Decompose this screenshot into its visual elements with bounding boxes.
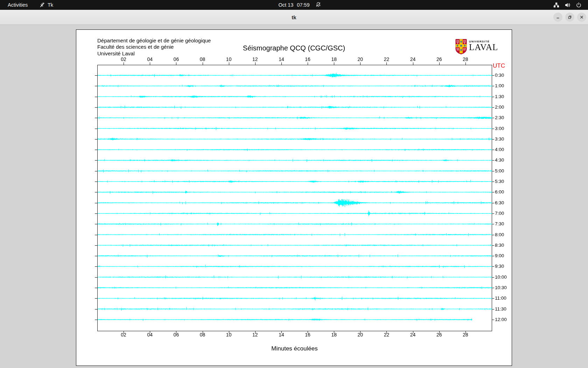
date-label: Oct 13: [278, 2, 293, 8]
universite-laval-logo: UNIVERSITÉ LAVAL: [455, 39, 498, 56]
x-tick-label-top: 26: [433, 56, 445, 62]
x-tick-label-top: 24: [407, 56, 419, 62]
window-title: tk: [0, 10, 588, 25]
x-tick-label-top: 18: [328, 56, 340, 62]
trace-time-label: 4:00: [495, 147, 504, 152]
x-tick-label-top: 20: [354, 56, 366, 62]
system-status-area[interactable]: [553, 0, 582, 10]
bell-slash-icon: [315, 2, 321, 8]
x-tick-label-top: 04: [144, 56, 156, 62]
trace-time-label: 9:30: [495, 264, 504, 269]
trace-time-label: 8:30: [495, 243, 504, 248]
trace-time-label: 7:00: [495, 211, 504, 216]
tk-feather-icon: [39, 2, 46, 8]
trace-time-label: 5:30: [495, 179, 504, 184]
close-button[interactable]: [577, 13, 586, 22]
volume-icon: [565, 2, 570, 8]
trace-time-label: 1:30: [495, 94, 504, 99]
x-tick-label-top: 06: [170, 56, 182, 62]
trace-time-label: 2:00: [495, 104, 504, 110]
trace-time-label: 6:30: [495, 200, 504, 205]
x-tick-label-top: 10: [223, 56, 235, 62]
minimize-button[interactable]: [553, 13, 562, 22]
trace-time-label: 2:30: [495, 115, 504, 120]
x-tick-label-top: 14: [275, 56, 287, 62]
trace-time-label: 5:00: [495, 168, 504, 173]
x-tick-label-top: 22: [380, 56, 392, 62]
x-tick-label-bottom: 02: [118, 332, 130, 338]
x-tick-label-bottom: 18: [328, 332, 340, 338]
x-tick-label-bottom: 16: [302, 332, 314, 338]
maximize-button[interactable]: [565, 13, 574, 22]
trace-time-label: 10:00: [495, 274, 507, 280]
trace-time-label: 6:00: [495, 189, 504, 195]
x-tick-label-bottom: 12: [249, 332, 261, 338]
x-tick-label-bottom: 04: [144, 332, 156, 338]
seismogram-canvas: [76, 30, 512, 366]
activities-button[interactable]: Activities: [6, 0, 29, 10]
laval-shield-icon: [455, 39, 467, 56]
trace-time-label: 7:30: [495, 221, 504, 226]
window-title-bar[interactable]: tk: [0, 10, 588, 25]
top-bar: Activities Tk Oct 13 07:59: [0, 0, 588, 10]
power-icon: [576, 2, 582, 8]
x-tick-label-bottom: 20: [354, 332, 366, 338]
seismograph-title: Séismographe QCQ (CGC/GSC): [76, 44, 512, 52]
header-line-1: Département de géologie et de génie géol…: [97, 38, 211, 44]
logo-laval-text: LAVAL: [469, 43, 498, 52]
x-tick-label-bottom: 06: [170, 332, 182, 338]
x-tick-label-top: 12: [249, 56, 261, 62]
x-tick-label-bottom: 28: [460, 332, 471, 338]
focused-app-name[interactable]: Tk: [48, 0, 53, 10]
seismograph-panel: Département de géologie et de génie géol…: [76, 29, 512, 366]
trace-time-label: 3:00: [495, 126, 504, 131]
trace-time-label: 9:00: [495, 253, 504, 258]
trace-time-label: 11:30: [495, 306, 506, 312]
trace-time-label: 3:30: [495, 136, 504, 142]
x-tick-label-bottom: 24: [407, 332, 419, 338]
x-tick-label-top: 28: [460, 56, 471, 62]
x-tick-label-bottom: 14: [275, 332, 287, 338]
network-icon: [553, 2, 559, 8]
utc-label: UTC: [493, 62, 505, 69]
x-tick-label-bottom: 10: [223, 332, 235, 338]
x-tick-label-top: 02: [118, 56, 130, 62]
trace-time-label: 1:00: [495, 83, 504, 88]
trace-time-label: 8:00: [495, 232, 504, 237]
x-tick-label-bottom: 26: [433, 332, 445, 338]
trace-time-label: 11:00: [495, 295, 506, 301]
trace-time-label: 0:30: [495, 73, 504, 78]
x-axis-caption: Minutes écoulées: [97, 345, 492, 352]
time-label: 07:59: [297, 2, 309, 8]
trace-time-label: 4:30: [495, 157, 504, 163]
x-tick-label-bottom: 08: [197, 332, 209, 338]
trace-time-label: 12:00: [495, 317, 507, 322]
trace-time-label: 10:30: [495, 285, 507, 290]
x-tick-label-top: 16: [302, 56, 314, 62]
clock-button[interactable]: Oct 13 07:59: [278, 0, 309, 10]
x-tick-label-top: 08: [197, 56, 209, 62]
x-tick-label-bottom: 22: [380, 332, 392, 338]
